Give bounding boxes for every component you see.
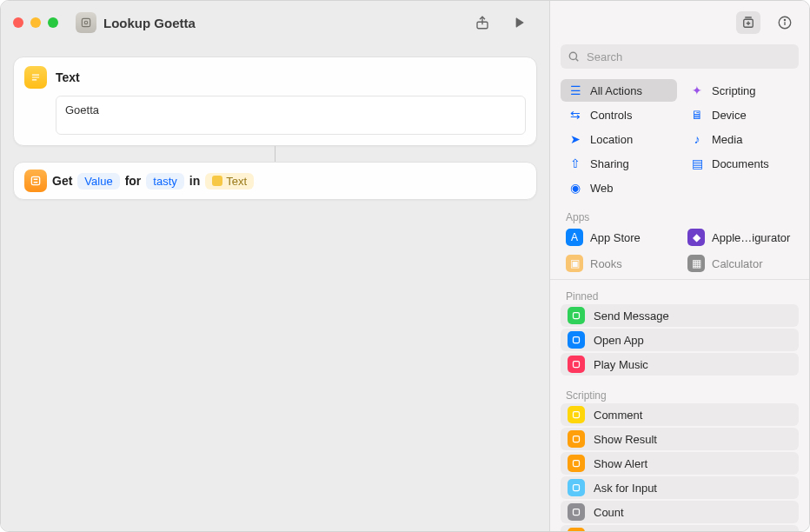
configurator-icon: ◆ (687, 229, 705, 246)
shortcut-title: Lookup Goetta (103, 16, 196, 30)
share-button[interactable] (473, 13, 492, 32)
scripting-label: Scripting (550, 384, 809, 403)
action-label: Choose from Menu (594, 530, 690, 532)
svg-rect-21 (574, 461, 580, 467)
library-pane: ☰All Actions ✦Scripting ⇆Controls 🖥Devic… (550, 1, 809, 531)
controls-icon: ⇆ (568, 107, 583, 123)
wand-icon: ✦ (689, 83, 705, 98)
source-token[interactable]: Text (205, 173, 254, 190)
scripting-list: CommentShow ResultShow AlertAsk for Inpu… (550, 403, 809, 531)
category-controls[interactable]: ⇆Controls (561, 103, 677, 126)
action-label: Comment (594, 409, 642, 422)
svg-rect-6 (31, 176, 39, 184)
dictionary-action-icon (24, 170, 47, 192)
library-titlebar (550, 1, 809, 44)
svg-rect-23 (574, 509, 580, 515)
category-scripting[interactable]: ✦Scripting (682, 79, 799, 102)
scripting-item-show-result[interactable]: Show Result (561, 428, 799, 450)
action-label: Open App (594, 334, 644, 347)
action-icon (568, 331, 585, 349)
list-icon: ☰ (568, 83, 583, 98)
pinned-item-play-music[interactable]: Play Music (561, 353, 799, 376)
action-icon (568, 455, 585, 472)
search-input[interactable] (561, 44, 799, 69)
action-icon (568, 503, 585, 521)
action-for: for (125, 174, 142, 188)
app-window: Lookup Goetta Text Goetta (0, 0, 810, 532)
titlebar: Lookup Goetta (1, 1, 549, 44)
action-icon (568, 430, 585, 448)
key-token[interactable]: tasty (146, 173, 183, 190)
category-sharing[interactable]: ⇧Sharing (561, 152, 677, 175)
action-label: Play Music (594, 358, 648, 371)
sharing-icon: ⇧ (568, 156, 583, 171)
pinned-label: Pinned (550, 285, 809, 304)
media-icon: ♪ (689, 131, 705, 147)
svg-rect-20 (574, 436, 580, 442)
scripting-item-comment[interactable]: Comment (561, 403, 799, 426)
svg-rect-18 (574, 362, 580, 368)
device-icon: 🖥 (689, 107, 705, 123)
apps-grid: AApp Store ◆Apple…igurator ▣Rooks ▦Calcu… (550, 225, 809, 279)
calculator-icon: ▦ (687, 255, 705, 272)
action-icon (568, 406, 585, 423)
svg-point-1 (84, 21, 88, 24)
action-icon (568, 307, 585, 324)
connector-line (275, 146, 276, 162)
text-icon (212, 176, 222, 186)
action-icon (568, 479, 585, 496)
location-icon: ➤ (568, 131, 583, 147)
books-icon: ▣ (566, 255, 583, 272)
text-action-icon (24, 66, 47, 89)
minimize-window-button[interactable] (30, 17, 41, 28)
value-token[interactable]: Value (77, 173, 119, 190)
info-button[interactable] (773, 11, 797, 34)
pinned-item-open-app[interactable]: Open App (561, 329, 799, 351)
app-apple-configurator[interactable]: ◆Apple…igurator (682, 225, 799, 249)
action-get-dictionary-value[interactable]: Get Value for tasty in Text (13, 162, 537, 200)
action-title: Text (56, 70, 80, 84)
action-label: Send Message (594, 309, 669, 323)
run-button[interactable] (509, 13, 528, 32)
workflow-canvas[interactable]: Text Goetta Get Value for tasty in Text (1, 44, 549, 531)
editor-pane: Lookup Goetta Text Goetta (1, 1, 550, 531)
text-input-field[interactable]: Goetta (56, 96, 526, 135)
web-icon: ◉ (568, 180, 583, 196)
action-label: Show Alert (594, 457, 647, 470)
close-window-button[interactable] (13, 17, 23, 28)
category-documents[interactable]: ▤Documents (682, 152, 799, 175)
action-icon (568, 356, 585, 373)
action-in: in (189, 174, 200, 188)
action-prefix: Get (52, 174, 72, 188)
action-label: Show Result (594, 433, 657, 446)
scripting-item-show-alert[interactable]: Show Alert (561, 452, 799, 475)
category-all-actions[interactable]: ☰All Actions (561, 79, 677, 102)
app-calculator[interactable]: ▦Calculator (682, 251, 799, 276)
scripting-item-ask-for-input[interactable]: Ask for Input (561, 476, 799, 499)
svg-rect-22 (574, 485, 580, 491)
apps-label: Apps (550, 206, 809, 225)
category-device[interactable]: 🖥Device (682, 103, 799, 126)
scripting-item-count[interactable]: Count (561, 501, 799, 523)
shortcut-icon (76, 12, 96, 33)
action-text[interactable]: Text Goetta (13, 57, 537, 146)
action-icon (568, 528, 585, 531)
svg-rect-17 (574, 337, 580, 343)
window-controls (13, 17, 58, 28)
pinned-item-send-message[interactable]: Send Message (561, 304, 799, 327)
actions-list-pane: Pinned Send MessageOpen AppPlay Music Sc… (550, 279, 809, 531)
app-books[interactable]: ▣Rooks (561, 251, 677, 276)
library-toggle-button[interactable] (736, 11, 760, 34)
action-label: Ask for Input (594, 482, 657, 495)
category-grid: ☰All Actions ✦Scripting ⇆Controls 🖥Devic… (550, 76, 809, 206)
svg-rect-16 (574, 313, 580, 319)
svg-rect-19 (574, 412, 580, 418)
category-web[interactable]: ◉Web (561, 176, 677, 199)
scripting-item-choose-from-menu[interactable]: Choose from Menu (561, 525, 799, 531)
pinned-list: Send MessageOpen AppPlay Music (550, 304, 809, 376)
category-location[interactable]: ➤Location (561, 128, 677, 150)
documents-icon: ▤ (689, 156, 705, 171)
fullscreen-window-button[interactable] (48, 17, 58, 28)
app-app-store[interactable]: AApp Store (561, 225, 677, 249)
category-media[interactable]: ♪Media (682, 128, 799, 150)
